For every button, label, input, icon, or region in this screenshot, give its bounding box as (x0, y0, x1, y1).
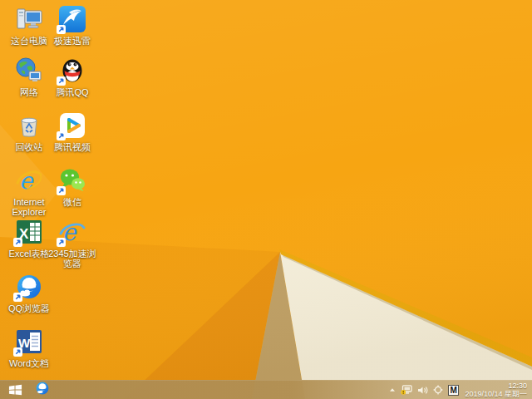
desktop-icon-label: 2345加速浏览器 (48, 249, 96, 268)
taskbar-pinned-apps (30, 381, 55, 399)
shortcut-arrow-icon (57, 76, 66, 86)
desktop-icon-label: Excel表格 (5, 249, 53, 259)
desktop-icon-label: Word文档 (5, 358, 53, 368)
network-icon (15, 57, 43, 85)
shortcut-arrow-icon (13, 238, 22, 247)
desktop-icon-label: 极速迅雷 (48, 36, 96, 46)
desktop-icon-label: Internet Explorer (5, 197, 53, 217)
tray-show-hidden-icons-icon[interactable] (389, 381, 396, 399)
shortcut-arrow-icon (57, 238, 66, 247)
tray-input-method-icon[interactable]: M (448, 381, 459, 399)
windows-logo-icon (8, 384, 22, 396)
desktop-icon-qq-browser[interactable]: QQ浏览器 (5, 273, 53, 313)
shortcut-arrow-icon (57, 25, 66, 34)
tray-network-status-icon[interactable] (401, 381, 412, 399)
desktop-icons-area: 这台电脑 极速迅雷 网络 腾讯QQ 回收站 腾讯视频 e (5, 0, 532, 380)
shortcut-arrow-icon (57, 131, 66, 140)
qq-browser-task-icon (35, 381, 50, 399)
desktop-icon-label: 网络 (5, 87, 53, 97)
desktop-icon-thunder[interactable]: 极速迅雷 (48, 5, 96, 46)
desktop-icon-label: 微信 (48, 197, 96, 207)
desktop-icon-label: 这台电脑 (5, 36, 53, 46)
shortcut-arrow-icon (13, 347, 22, 357)
desktop-icon-label: 回收站 (5, 142, 53, 152)
desktop-icon-qq[interactable]: 腾讯QQ (48, 57, 96, 97)
taskbar-pin-qq-browser[interactable] (30, 381, 55, 399)
desktop-icon-label: 腾讯视频 (48, 142, 96, 152)
svg-text:M: M (451, 386, 457, 395)
desktop-icon-this-pc[interactable]: 这台电脑 (5, 5, 53, 46)
tray-volume-icon[interactable] (417, 381, 428, 399)
desktop-icon-internet-explorer[interactable]: e Internet Explorer (5, 166, 53, 217)
internet-explorer-icon: e (15, 166, 43, 195)
this-pc-icon (15, 5, 43, 33)
clock-time: 12:30 (465, 382, 527, 390)
system-tray: M (389, 381, 459, 399)
desktop-icon-label: 腾讯QQ (48, 87, 96, 97)
tray-tray-utility-icon[interactable] (433, 381, 443, 399)
desktop-icon-network[interactable]: 网络 (5, 57, 53, 97)
desktop-icon-tencent-video[interactable]: 腾讯视频 (48, 111, 96, 152)
taskbar-clock[interactable]: 12:30 2019/10/14 星期一 (465, 382, 527, 398)
shortcut-arrow-icon (57, 186, 66, 195)
shortcut-arrow-icon (13, 293, 22, 302)
desktop-icon-browser-2345[interactable]: e 2345加速浏览器 (48, 218, 96, 268)
taskbar: M 12:30 2019/10/14 星期一 (0, 380, 532, 399)
desktop-icon-wechat[interactable]: 微信 (48, 166, 96, 207)
windows-desktop: { "wallpaper": { "base_color": "#F7A512"… (0, 0, 532, 399)
start-button[interactable] (0, 381, 30, 399)
desktop-icon-word[interactable]: W Word文档 (5, 328, 53, 368)
clock-date: 2019/10/14 星期一 (465, 390, 527, 398)
recycle-bin-icon (15, 111, 43, 140)
desktop-icon-excel[interactable]: X Excel表格 (5, 218, 53, 259)
desktop-icon-label: QQ浏览器 (5, 303, 53, 313)
desktop-icon-recycle-bin[interactable]: 回收站 (5, 111, 53, 152)
